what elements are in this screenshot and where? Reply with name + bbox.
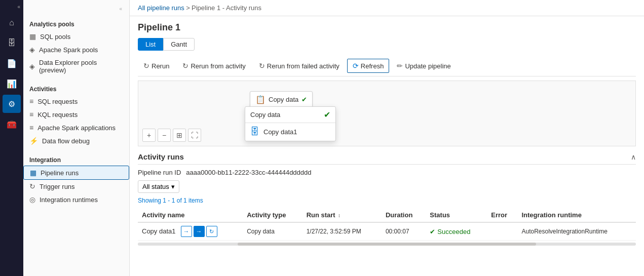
- view-toggle-group: List Gantt: [138, 38, 636, 51]
- pipeline-runs-icon: ▦: [30, 169, 36, 177]
- doc-icon[interactable]: 📄: [3, 54, 21, 72]
- sidebar-item-label: Data flow debug: [42, 137, 90, 145]
- pipeline-canvas: 📋 Copy data ✔ Copy data ✔ 🗄 Copy data1 +: [138, 81, 636, 146]
- integration-runtimes-icon: ◎: [29, 195, 35, 204]
- activity-runs-header: Activity runs ∧: [138, 152, 636, 165]
- fullscreen-button[interactable]: ⛶: [188, 129, 201, 142]
- explorer-pools-icon: ◈: [29, 62, 35, 70]
- sidebar-item-integration-runtimes[interactable]: ◎ Integration runtimes: [23, 193, 129, 206]
- sidebar-collapse-btn[interactable]: «: [119, 6, 125, 12]
- status-success-icon: ✔: [430, 228, 435, 235]
- col-status: Status: [426, 208, 487, 222]
- pipeline-node[interactable]: 📋 Copy data ✔: [250, 91, 313, 108]
- rerun-from-activity-icon: ↻: [182, 62, 188, 70]
- sidebar-item-label: Integration runtimes: [40, 196, 98, 204]
- rerun-button[interactable]: ↻ Rerun: [138, 59, 175, 73]
- row-action-input-btn[interactable]: →: [181, 226, 192, 237]
- sidebar-item-data-explorer-pools[interactable]: ◈ Data Explorer pools (preview): [23, 56, 129, 76]
- showing-count: Showing 1 - 1 of 1 items: [138, 197, 636, 204]
- data-icon[interactable]: 🗄: [3, 34, 21, 52]
- col-run-start: Run start ↕: [302, 208, 382, 222]
- dropdown-item-copy-data1[interactable]: 🗄 Copy data1: [245, 123, 335, 141]
- home-icon[interactable]: ⌂: [3, 14, 21, 32]
- rerun-icon: ↻: [143, 62, 149, 70]
- col-activity-type: Activity type: [243, 208, 302, 222]
- row-duration: 00:00:07: [382, 222, 426, 241]
- spark-apps-icon: ≡: [29, 124, 33, 132]
- pipeline-run-label: Pipeline run ID: [138, 169, 181, 176]
- breadcrumb-current: Pipeline 1 - Activity runs: [192, 4, 261, 12]
- gantt-view-button[interactable]: Gantt: [163, 38, 195, 51]
- sidebar-item-kql-requests[interactable]: ≡ KQL requests: [23, 108, 129, 121]
- zoom-out-button[interactable]: −: [158, 129, 171, 142]
- rerun-from-failed-icon: ↻: [259, 62, 265, 70]
- copy-data-node-icon: 📋: [255, 95, 266, 104]
- table-row: Copy data1 → → ↻ Copy data 1/27/22, 3:52…: [138, 222, 636, 241]
- chart-icon[interactable]: 📊: [3, 74, 21, 93]
- horizontal-scrollbar[interactable]: [138, 243, 636, 246]
- row-activity-type: Copy data: [243, 222, 302, 241]
- collapse-icon[interactable]: ∧: [631, 153, 636, 161]
- rail-collapse-icon[interactable]: «: [17, 4, 23, 10]
- row-activity-name: Copy data1 → → ↻: [138, 222, 243, 241]
- activity-runs-title: Activity runs: [138, 152, 184, 161]
- col-error: Error: [487, 208, 517, 222]
- col-integration-runtime: Integration runtime: [517, 208, 636, 222]
- main-content: All pipeline runs > Pipeline 1 - Activit…: [130, 0, 644, 276]
- sql-pools-icon: ▦: [29, 32, 36, 41]
- row-action-rerun-btn[interactable]: ↻: [206, 226, 217, 237]
- icon-rail: « ⌂ 🗄 📄 📊 ⚙ 🧰: [0, 0, 23, 276]
- sidebar-item-label: SQL requests: [37, 98, 78, 105]
- breadcrumb-parent[interactable]: All pipeline runs: [138, 4, 184, 12]
- dropdown-success-icon: ✔: [324, 110, 330, 120]
- edit-icon: ✏: [397, 62, 403, 70]
- data-flow-debug-icon: ⚡: [29, 137, 38, 145]
- toolbar: ↻ Rerun ↻ Rerun from activity ↻ Rerun fr…: [138, 56, 636, 76]
- row-action-output-btn[interactable]: →: [194, 226, 205, 237]
- sql-requests-icon: ≡: [29, 97, 33, 105]
- breadcrumb-sep: >: [186, 4, 190, 12]
- sidebar-item-trigger-runs[interactable]: ↻ Trigger runs: [23, 180, 129, 193]
- sidebar-item-sql-requests[interactable]: ≡ SQL requests: [23, 95, 129, 108]
- update-pipeline-button[interactable]: ✏ Update pipeline: [391, 59, 456, 73]
- sidebar-item-apache-spark-apps[interactable]: ≡ Apache Spark applications: [23, 121, 129, 134]
- dropdown-header: Copy data ✔: [245, 107, 335, 123]
- copy-data-item-icon: 🗄: [250, 127, 259, 137]
- analytics-pools-section: Analytics pools: [23, 16, 129, 30]
- toolbox-icon[interactable]: 🧰: [3, 115, 21, 133]
- sort-icon: ↕: [338, 213, 340, 218]
- sidebar-item-sql-pools[interactable]: ▦ SQL pools: [23, 30, 129, 43]
- row-status: ✔ Succeeded: [426, 222, 487, 241]
- spark-pools-icon: ◈: [29, 46, 35, 54]
- sidebar-item-apache-spark-pools[interactable]: ◈ Apache Spark pools: [23, 43, 129, 56]
- trigger-runs-icon: ↻: [29, 182, 35, 190]
- activity-table: Activity name Activity type Run start ↕ …: [138, 208, 636, 241]
- refresh-button[interactable]: ⟳ Refresh: [347, 59, 390, 73]
- node-status-icon: ✔: [301, 96, 307, 103]
- breadcrumb: All pipeline runs > Pipeline 1 - Activit…: [130, 0, 644, 16]
- rerun-from-failed-button[interactable]: ↻ Rerun from failed activity: [253, 59, 345, 73]
- col-activity-name: Activity name: [138, 208, 243, 222]
- sidebar-item-pipeline-runs[interactable]: ▦ Pipeline runs: [23, 166, 129, 180]
- sidebar-item-label: KQL requests: [37, 111, 78, 119]
- page-title: Pipeline 1: [138, 22, 636, 33]
- sidebar-item-data-flow-debug[interactable]: ⚡ Data flow debug: [23, 134, 129, 147]
- rerun-from-activity-button[interactable]: ↻ Rerun from activity: [177, 59, 251, 73]
- activities-section: Activities: [23, 81, 129, 95]
- content-area: Pipeline 1 List Gantt ↻ Rerun ↻ Rerun fr…: [130, 16, 644, 276]
- refresh-icon: ⟳: [353, 62, 359, 70]
- row-run-start: 1/27/22, 3:52:59 PM: [302, 222, 382, 241]
- integrate-icon[interactable]: ⚙: [3, 95, 21, 113]
- pipeline-run-value: aaaa0000-bb11-2222-33cc-444444dddddd: [186, 169, 311, 176]
- chevron-down-icon: ▾: [171, 183, 175, 190]
- list-view-button[interactable]: List: [138, 38, 163, 51]
- sidebar-item-label: Apache Spark applications: [37, 124, 116, 132]
- fit-view-button[interactable]: ⊞: [173, 129, 186, 142]
- kql-requests-icon: ≡: [29, 110, 33, 119]
- scroll-thumb: [238, 243, 537, 246]
- sidebar-item-label: Trigger runs: [40, 183, 75, 190]
- sidebar-item-label: Pipeline runs: [41, 169, 79, 177]
- sidebar: « Analytics pools ▦ SQL pools ◈ Apache S…: [23, 0, 130, 276]
- zoom-in-button[interactable]: +: [142, 129, 156, 142]
- status-filter[interactable]: All status ▾: [138, 180, 179, 193]
